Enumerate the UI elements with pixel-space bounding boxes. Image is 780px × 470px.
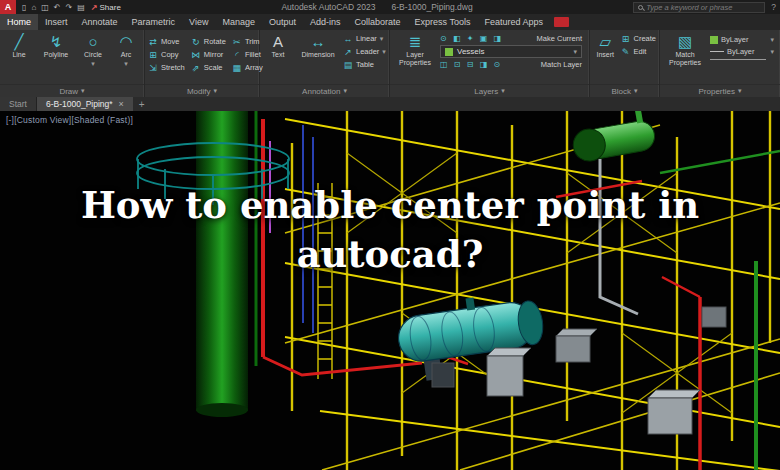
tab-parametric[interactable]: Parametric: [125, 14, 183, 30]
open-file-icon[interactable]: ⌂: [31, 3, 36, 12]
search-icon: [638, 5, 643, 10]
leader-tool[interactable]: ↗Leader▾: [343, 45, 386, 58]
stretch-tool[interactable]: ⇲Stretch: [148, 61, 185, 74]
array-icon: ▦: [232, 63, 242, 73]
layer-properties-tool[interactable]: ≣ Layer Properties: [393, 32, 437, 66]
panel-label-annotation[interactable]: Annotation ▾: [260, 84, 389, 97]
tab-annotate[interactable]: Annotate: [75, 14, 125, 30]
match-properties-tool[interactable]: ▧ Match Properties: [663, 32, 707, 66]
overlay-title-line1: How to enable center point in: [0, 181, 780, 230]
array-tool[interactable]: ▦Array: [232, 61, 263, 74]
panel-label-properties[interactable]: Properties ▾: [660, 84, 780, 97]
lineweight-dropdown[interactable]: [710, 59, 774, 60]
chevron-down-icon: ▾: [343, 87, 347, 95]
tab-manage[interactable]: Manage: [215, 14, 262, 30]
mirror-tool[interactable]: ⋈Mirror: [191, 48, 226, 61]
tab-view[interactable]: View: [182, 14, 215, 30]
ribbon-badge-icon[interactable]: [554, 17, 569, 27]
tab-add-ins[interactable]: Add-ins: [303, 14, 348, 30]
fillet-tool[interactable]: ◜Fillet: [232, 48, 263, 61]
arc-tool[interactable]: ◠ Arc ▾: [112, 32, 140, 67]
chevron-down-icon: ▾: [124, 60, 128, 68]
move-icon: ⇄: [148, 37, 158, 47]
dimension-icon: ↔: [311, 34, 326, 50]
tab-featured-apps[interactable]: Featured Apps: [477, 14, 550, 30]
fillet-label: Fillet: [245, 50, 261, 59]
undo-icon[interactable]: ↶: [54, 3, 61, 12]
bylayer-color: ByLayer: [721, 35, 767, 44]
match-layer-button[interactable]: Match Layer: [541, 60, 582, 69]
autocad-logo[interactable]: A: [0, 0, 16, 14]
insert-tool[interactable]: ▱ Insert: [593, 32, 617, 59]
dimension-tool[interactable]: ↔ Dimension: [296, 32, 340, 59]
new-tab-button[interactable]: +: [133, 97, 151, 111]
chevron-down-icon: ▾: [738, 87, 742, 95]
layer-state-icons[interactable]: ◫ ⊡ ⊟ ◨ ⊙: [440, 60, 502, 69]
panel-label-draw[interactable]: Draw ▾: [0, 84, 144, 97]
viewport-controls[interactable]: [-][Custom View][Shaded (Fast)]: [6, 115, 133, 125]
drawing-viewport[interactable]: [-][Custom View][Shaded (Fast)]: [0, 111, 780, 470]
edit-block-tool[interactable]: ✎Edit: [620, 45, 656, 58]
linear-tool[interactable]: ↔Linear▾: [343, 32, 386, 45]
circle-tool[interactable]: ○ Circle ▾: [77, 32, 109, 67]
create-icon: ⊞: [620, 34, 630, 44]
panel-layers: ≣ Layer Properties ⊙ ◧ ✦ ▣ ◨ Make Curren…: [390, 30, 590, 97]
redo-icon[interactable]: ↷: [66, 3, 73, 12]
share-icon: ↗: [91, 3, 98, 12]
table-tool[interactable]: ▤Table: [343, 58, 386, 71]
chevron-down-icon: ▾: [214, 87, 218, 95]
tab-home[interactable]: Home: [0, 14, 38, 30]
edit-icon: ✎: [620, 47, 630, 57]
tab-collaborate[interactable]: Collaborate: [348, 14, 408, 30]
trim-tool[interactable]: ✂Trim: [232, 35, 263, 48]
tab-start[interactable]: Start: [0, 97, 37, 111]
chevron-down-icon: ▾: [770, 48, 774, 56]
layers-label: Layers: [474, 87, 498, 96]
help-icon[interactable]: ?: [771, 2, 776, 12]
polyline-label: Polyline: [44, 51, 69, 59]
chevron-down-icon: ▾: [380, 35, 384, 43]
polyline-tool[interactable]: ↯ Polyline: [38, 32, 74, 59]
linetype-sample: [710, 51, 724, 52]
make-current-button[interactable]: Make Current: [537, 34, 582, 43]
color-dropdown[interactable]: ByLayer ▾: [710, 35, 774, 44]
new-file-icon[interactable]: ▯: [22, 3, 26, 12]
move-tool[interactable]: ⇄Move: [148, 35, 185, 48]
plot-icon[interactable]: ▤: [77, 3, 85, 12]
infocenter-search[interactable]: [633, 2, 765, 13]
app-title: Autodesk AutoCAD 2023: [281, 2, 375, 12]
tab-drawing[interactable]: 6-B-1000_Piping* ×: [37, 97, 133, 111]
save-icon[interactable]: ◫: [41, 3, 49, 12]
create-label: Create: [633, 34, 656, 43]
start-tab-label: Start: [9, 99, 27, 109]
line-tool[interactable]: ╱ Line: [3, 32, 35, 59]
rotate-tool[interactable]: ↻Rotate: [191, 35, 226, 48]
layer-state-icons[interactable]: ⊙ ◧ ✦ ▣ ◨: [440, 34, 503, 43]
tab-express-tools[interactable]: Express Tools: [408, 14, 478, 30]
layer-dropdown[interactable]: Vessels ▾: [440, 45, 582, 58]
text-tool[interactable]: A Text: [263, 32, 293, 59]
panel-label-block[interactable]: Block ▾: [590, 84, 659, 97]
overlay-question-title: How to enable center point in autocad?: [0, 181, 780, 279]
panel-label-modify[interactable]: Modify ▾: [145, 84, 259, 97]
linetype-dropdown[interactable]: ByLayer ▾: [710, 47, 774, 56]
modify-label: Modify: [187, 87, 211, 96]
trim-label: Trim: [245, 37, 260, 46]
lineweight-sample: [710, 59, 766, 60]
text-icon: A: [273, 34, 283, 50]
copy-label: Copy: [161, 50, 179, 59]
share-button[interactable]: ↗ Share: [91, 3, 121, 12]
search-input[interactable]: [646, 3, 760, 12]
scale-tool[interactable]: ⇗Scale: [191, 61, 226, 74]
tab-insert[interactable]: Insert: [38, 14, 75, 30]
tab-output[interactable]: Output: [262, 14, 303, 30]
copy-tool[interactable]: ⊞Copy: [148, 48, 185, 61]
trim-icon: ✂: [232, 37, 242, 47]
scale-icon: ⇗: [191, 63, 201, 73]
create-block-tool[interactable]: ⊞Create: [620, 32, 656, 45]
panel-label-layers[interactable]: Layers ▾: [390, 84, 589, 97]
mirror-icon: ⋈: [191, 50, 201, 60]
scale-label: Scale: [204, 63, 223, 72]
text-label: Text: [272, 51, 285, 59]
close-icon[interactable]: ×: [119, 99, 124, 109]
